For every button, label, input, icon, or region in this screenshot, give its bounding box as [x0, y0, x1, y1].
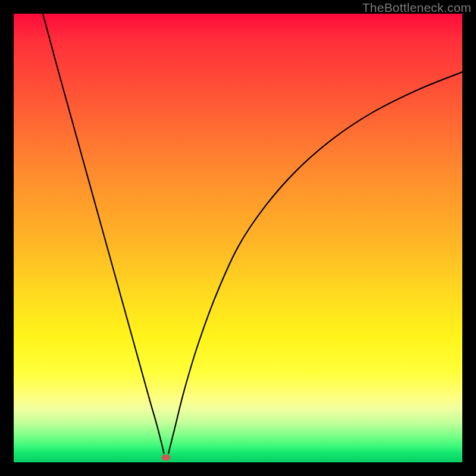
bottleneck-curve	[14, 14, 462, 462]
chart-frame: TheBottleneck.com	[0, 0, 476, 476]
curve-left-branch	[43, 14, 164, 453]
minimum-marker	[162, 455, 171, 461]
watermark-text: TheBottleneck.com	[362, 1, 471, 15]
plot-area	[14, 14, 462, 462]
curve-right-branch	[168, 72, 462, 453]
